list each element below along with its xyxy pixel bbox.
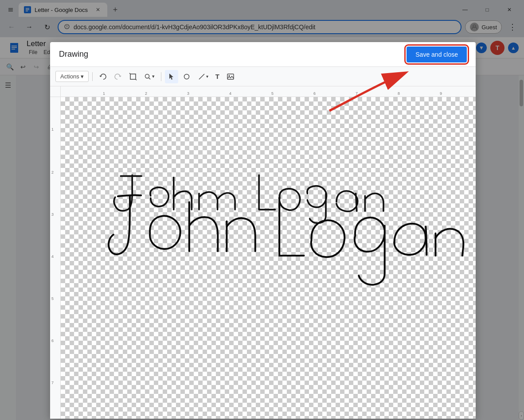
modal-header: Drawing Save and close [50, 42, 476, 67]
toolbar-redo-button[interactable] [111, 70, 125, 83]
svg-line-19 [199, 74, 204, 79]
actions-label: Actions [60, 73, 79, 80]
toolbar-undo-button[interactable] [96, 70, 109, 83]
toolbar-shape-button[interactable] [180, 70, 193, 83]
svg-line-14 [136, 79, 137, 80]
toolbar-crop-button[interactable] [126, 70, 140, 83]
ruler-vert-2: 2 [51, 170, 54, 175]
ruler-vert-6: 6 [51, 338, 54, 343]
modal-title: Drawing [59, 50, 88, 59]
svg-marker-17 [169, 74, 173, 80]
ruler-tick-2: 2 [145, 91, 147, 96]
svg-line-16 [149, 78, 150, 79]
toolbar-select-button[interactable] [165, 70, 178, 83]
ruler-tick-1: 1 [103, 91, 105, 96]
ruler-vert-1: 1 [51, 127, 54, 132]
ruler-vert-4: 4 [51, 254, 54, 259]
modal-toolbar: Actions ▾ ▾ ▾ T [50, 67, 476, 86]
ruler-tick-9: 9 [440, 91, 442, 96]
toolbar-zoom-button[interactable]: ▾ [141, 70, 157, 83]
ruler-horizontal: 1 2 3 4 5 6 7 8 9 [61, 86, 476, 97]
svg-point-18 [184, 74, 189, 79]
ruler-tick-5: 5 [271, 91, 274, 96]
ruler-corner [50, 86, 61, 97]
toolbar-text-button[interactable]: T [213, 70, 222, 83]
ruler-tick-8: 8 [398, 91, 400, 96]
svg-point-21 [228, 75, 230, 76]
ruler-vert-3: 3 [51, 212, 54, 217]
ruler-vert-5: 5 [51, 296, 54, 301]
svg-rect-20 [227, 74, 234, 79]
svg-point-15 [145, 74, 149, 78]
save-close-button[interactable]: Save and close [407, 47, 467, 62]
ruler-tick-3: 3 [187, 91, 189, 96]
toolbar-line-button[interactable]: ▾ [195, 70, 211, 83]
actions-caret-icon: ▾ [81, 73, 84, 80]
actions-button[interactable]: Actions ▾ [55, 71, 89, 82]
ruler-vertical: 1 2 3 4 5 6 7 [50, 97, 61, 419]
svg-line-13 [129, 73, 130, 74]
ruler-tick-6: 6 [313, 91, 316, 96]
drawing-modal: Drawing Save and close Actions ▾ ▾ [50, 42, 476, 419]
svg-rect-12 [130, 74, 136, 79]
ruler-tick-7: 7 [356, 91, 358, 96]
ruler-tick-4: 4 [229, 91, 231, 96]
drawing-canvas[interactable] [61, 97, 476, 419]
toolbar-image-button[interactable] [224, 70, 237, 83]
ruler-vert-7: 7 [51, 381, 54, 385]
signature-overlay [61, 97, 476, 419]
